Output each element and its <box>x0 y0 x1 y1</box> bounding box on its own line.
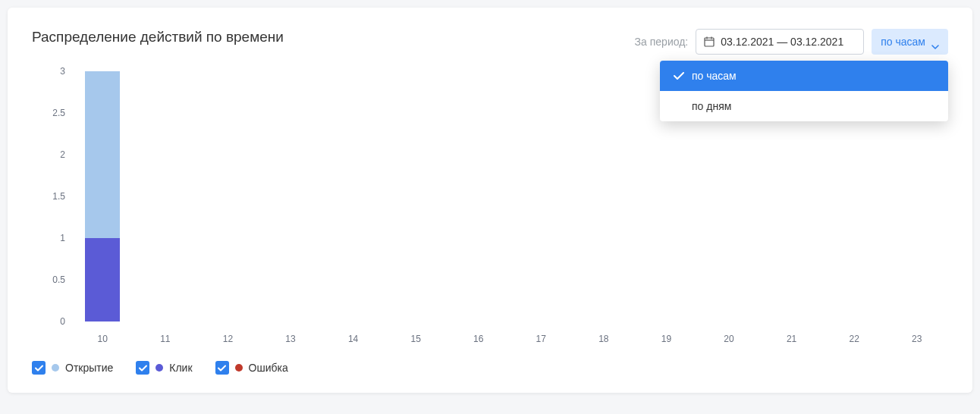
x-tick: 18 <box>598 334 608 344</box>
legend-swatch <box>235 364 243 372</box>
legend-checkbox[interactable] <box>136 361 149 375</box>
controls: За период: 03.12.2021 — 03.12.2021 по ча… <box>635 29 948 55</box>
bar <box>523 71 558 321</box>
x-tick: 22 <box>849 334 859 344</box>
chart-card: Распределение действий по времени За пер… <box>8 8 972 393</box>
legend-swatch <box>155 364 163 372</box>
legend-label: Клик <box>169 362 192 374</box>
legend-label: Открытие <box>65 362 113 374</box>
legend-swatch <box>52 364 59 372</box>
bar <box>210 71 245 321</box>
x-tick: 13 <box>285 334 295 344</box>
bar <box>461 71 496 321</box>
x-tick: 15 <box>410 334 420 344</box>
y-tick: 2 <box>60 149 65 160</box>
bar-segment <box>85 238 120 321</box>
bar <box>336 71 371 321</box>
x-tick: 20 <box>724 334 733 344</box>
header: Распределение действий по времени За пер… <box>32 29 948 55</box>
x-axis: 1011121314151617181920212223 <box>71 326 948 344</box>
bar <box>586 71 621 321</box>
y-tick: 1.5 <box>52 191 65 202</box>
dropdown-option[interactable]: по часам <box>660 61 948 91</box>
svg-rect-0 <box>705 38 714 46</box>
calendar-icon <box>704 36 715 47</box>
dropdown-option-label: по часам <box>692 70 737 82</box>
period-label: За период: <box>635 36 689 48</box>
x-tick: 21 <box>787 334 796 344</box>
bar <box>148 71 183 321</box>
y-axis: 00.511.522.53 <box>32 71 70 321</box>
y-tick: 2.5 <box>52 108 65 118</box>
granularity-label: по часам <box>881 36 925 48</box>
bar <box>85 71 120 321</box>
x-tick: 11 <box>160 334 170 344</box>
dropdown-option-label: по дням <box>692 100 731 112</box>
chevron-down-icon <box>931 39 939 44</box>
legend-checkbox[interactable] <box>32 361 46 375</box>
y-tick: 1 <box>60 233 65 243</box>
legend: ОткрытиеКликОшибка <box>32 361 948 375</box>
x-tick: 10 <box>98 334 108 344</box>
date-range-value: 03.12.2021 — 03.12.2021 <box>721 36 843 48</box>
dropdown-option[interactable]: по дням <box>660 91 948 121</box>
granularity-dropdown-button[interactable]: по часам <box>872 29 948 55</box>
x-tick: 17 <box>536 334 546 344</box>
y-tick: 3 <box>60 66 65 77</box>
y-tick: 0 <box>60 316 65 327</box>
page-title: Распределение действий по времени <box>32 29 284 45</box>
check-icon <box>674 72 684 80</box>
x-tick: 19 <box>661 334 671 344</box>
y-tick: 0.5 <box>52 274 65 285</box>
bar <box>273 71 308 321</box>
legend-item[interactable]: Клик <box>136 361 192 375</box>
date-range-picker[interactable]: 03.12.2021 — 03.12.2021 <box>696 29 864 55</box>
legend-item[interactable]: Открытие <box>32 361 113 375</box>
legend-label: Ошибка <box>249 362 288 374</box>
legend-checkbox[interactable] <box>215 361 229 375</box>
x-tick: 14 <box>348 334 358 344</box>
granularity-dropdown: по часампо дням <box>660 61 948 121</box>
x-tick: 12 <box>223 334 233 344</box>
x-tick: 16 <box>473 334 483 344</box>
bar <box>398 71 433 321</box>
x-tick: 23 <box>912 334 922 344</box>
legend-item[interactable]: Ошибка <box>215 361 288 375</box>
bar-segment <box>85 71 120 238</box>
